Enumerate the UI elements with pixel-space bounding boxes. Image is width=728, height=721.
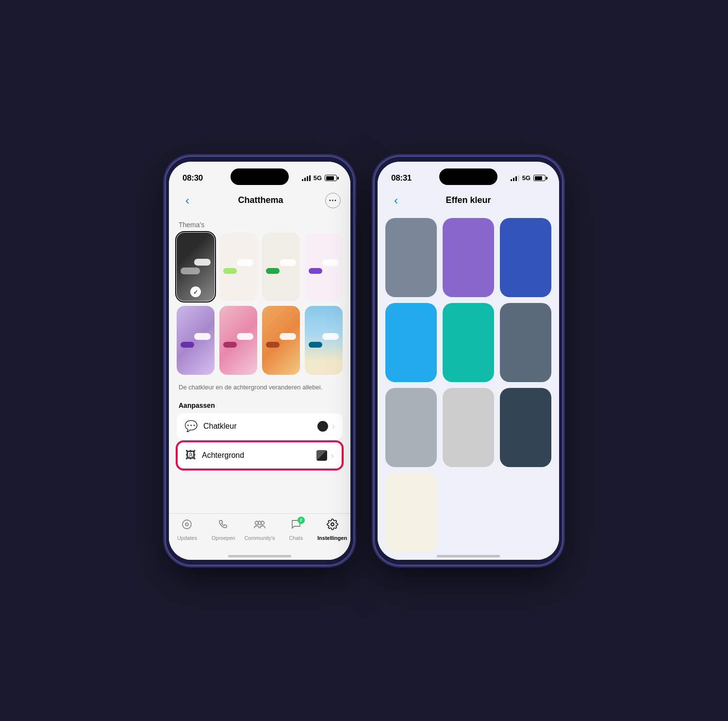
time-2: 08:31: [391, 173, 412, 183]
color-swatch-light-blue[interactable]: [385, 303, 437, 382]
svg-point-1: [185, 523, 188, 526]
achtergrond-label: Achtergrond: [202, 451, 311, 460]
color-swatch-grey-blue[interactable]: [385, 218, 437, 297]
signal-1: [302, 175, 311, 181]
chatkleur-color-dot: [317, 421, 328, 432]
chatkleur-icon: 💬: [184, 420, 198, 433]
tab-instellingen-label: Instellingen: [317, 535, 347, 541]
themes-grid: ✓: [169, 233, 350, 375]
color-swatch-blue[interactable]: [500, 218, 551, 297]
tab-instellingen[interactable]: Instellingen: [314, 519, 350, 541]
page-title-2: Effen kleur: [446, 195, 491, 205]
color-swatch-light-grey[interactable]: [385, 388, 437, 467]
instellingen-icon: [327, 519, 338, 533]
status-bar-2: 08:31 5G: [378, 162, 559, 188]
dynamic-island-2: [439, 168, 497, 185]
dynamic-island-1: [231, 168, 289, 185]
tab-oproepen-label: Oproepen: [212, 535, 235, 541]
theme-light-dots2[interactable]: [262, 233, 300, 302]
theme-purple-floral[interactable]: [177, 306, 215, 375]
communities-icon: [253, 519, 266, 533]
tab-communities[interactable]: Community's: [242, 519, 278, 541]
themes-label: Thema's: [169, 213, 350, 233]
tab-oproepen[interactable]: Oproepen: [205, 519, 242, 541]
network-2: 5G: [522, 174, 530, 182]
status-bar-1: 08:30 5G: [169, 162, 350, 188]
chats-icon: 2: [290, 519, 302, 533]
tab-chats[interactable]: 2 Chats: [278, 519, 314, 541]
achtergrond-chevron: ›: [331, 451, 334, 461]
back-button-1[interactable]: ‹: [179, 192, 196, 209]
theme-dark-nature[interactable]: ✓: [177, 233, 215, 302]
battery-1: [325, 175, 337, 181]
status-right-1: 5G: [302, 174, 337, 182]
achtergrond-right: ›: [316, 450, 334, 461]
achtergrond-row[interactable]: 🖼 Achtergrond ›: [177, 441, 343, 469]
updates-icon: [181, 519, 193, 533]
color-swatch-purple[interactable]: [443, 218, 494, 297]
nav-header-2: ‹ Effen kleur: [378, 188, 559, 213]
content-1: Thema's ✓: [169, 213, 350, 513]
phone-1-screen: 08:30 5G ‹ Chatthema ···: [169, 162, 350, 560]
phone-2-screen: 08:31 5G ‹ Effen kleur: [378, 162, 559, 560]
chatkleur-label: Chatkleur: [203, 422, 312, 431]
battery-2: [533, 175, 546, 181]
chatkleur-chevron: ›: [332, 421, 335, 432]
achtergrond-icon: 🖼: [185, 449, 196, 462]
tab-updates[interactable]: Updates: [169, 519, 205, 541]
back-button-2[interactable]: ‹: [387, 192, 405, 209]
customize-label: Aanpassen: [169, 398, 350, 411]
theme-orange-abstract[interactable]: [262, 306, 300, 375]
chatkleur-right: ›: [317, 421, 335, 432]
chatkleur-row[interactable]: 💬 Chatkleur ›: [177, 413, 343, 439]
color-content: [378, 213, 559, 556]
page-title-1: Chatthema: [238, 195, 283, 205]
hint-text: De chatkleur en de achtergrond verandere…: [169, 381, 350, 398]
chats-badge: 2: [298, 517, 305, 524]
more-icon-1: ···: [329, 196, 337, 205]
theme-pink-light[interactable]: [305, 233, 343, 302]
selected-check: ✓: [190, 286, 201, 297]
tab-communities-label: Community's: [244, 535, 275, 541]
home-indicator-2: [378, 556, 559, 560]
tab-updates-label: Updates: [177, 535, 197, 541]
color-swatch-very-dark[interactable]: [500, 388, 551, 467]
theme-light-dots1[interactable]: [219, 233, 257, 302]
oproepen-icon: [217, 519, 229, 533]
signal-2: [511, 175, 519, 181]
color-swatch-grid: [378, 213, 559, 556]
status-right-2: 5G: [511, 174, 546, 182]
more-button-1[interactable]: ···: [325, 193, 341, 208]
theme-beach[interactable]: [305, 306, 343, 375]
tab-bar-1: Updates Oproepen: [169, 513, 350, 556]
color-swatch-very-light-grey[interactable]: [443, 388, 494, 467]
color-swatch-teal[interactable]: [443, 303, 494, 382]
nav-header-1: ‹ Chatthema ···: [169, 188, 350, 213]
phone-2: 08:31 5G ‹ Effen kleur: [374, 156, 563, 566]
network-1: 5G: [314, 174, 322, 182]
tab-chats-label: Chats: [289, 535, 303, 541]
svg-point-0: [182, 520, 191, 529]
theme-pink-floral[interactable]: [219, 306, 257, 375]
achtergrond-thumb: [316, 450, 327, 461]
home-indicator-1: [169, 556, 350, 560]
time-1: 08:30: [182, 173, 203, 183]
color-swatch-dark-grey[interactable]: [500, 303, 551, 382]
phone-1: 08:30 5G ‹ Chatthema ···: [165, 156, 354, 566]
color-swatch-cream[interactable]: [385, 473, 437, 552]
